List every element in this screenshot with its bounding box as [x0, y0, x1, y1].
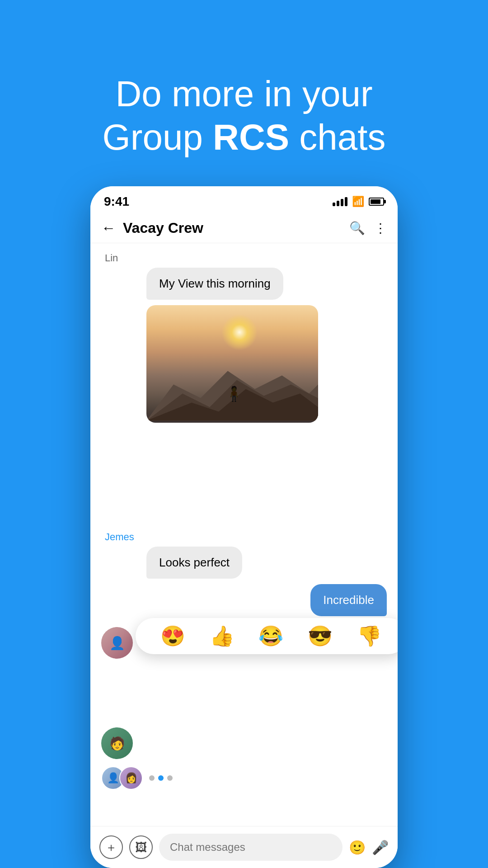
message-bubble-lin: My View this morning	[146, 268, 283, 300]
message-text-sent: Incredible	[323, 593, 374, 607]
status-bar: 9:41 📶	[90, 186, 398, 213]
avatar-lin-image: 👤	[101, 627, 133, 659]
status-time: 9:41	[104, 194, 129, 209]
add-button[interactable]: ＋	[99, 835, 123, 859]
hero-section: Do more in your Group RCS chats	[48, 36, 440, 159]
typing-avatar-2-image: 👩	[120, 767, 142, 789]
search-button[interactable]: 🔍	[349, 221, 365, 236]
more-button[interactable]: ⋮	[374, 221, 387, 236]
sent-message-container: Incredible	[101, 584, 387, 622]
app-header: ← Vacay Crew 🔍 ⋮	[90, 213, 398, 243]
battery-icon	[369, 198, 384, 206]
mic-button[interactable]: 🎤	[372, 840, 389, 855]
sender-label-jemes: Jemes	[105, 531, 387, 543]
sender-label-lin: Lin	[105, 252, 387, 264]
message-bubble-sent: Incredible	[310, 584, 387, 616]
emoji-thumbs-down[interactable]: 👎	[357, 624, 382, 648]
status-icons: 📶	[333, 196, 384, 208]
battery-fill	[371, 199, 380, 204]
header-actions: 🔍 ⋮	[349, 221, 387, 236]
mountain-image: 🧍	[146, 305, 318, 423]
input-right-actions: 🙂 🎤	[349, 840, 389, 855]
message-text-jemes: Looks perfect	[159, 556, 230, 569]
figure-silhouette: 🧍	[225, 385, 243, 402]
emoji-button[interactable]: 🙂	[349, 840, 366, 855]
avatar-jemes: 🧑	[101, 727, 133, 759]
emoji-thumbs-up[interactable]: 👍	[210, 624, 235, 648]
typing-avatar-2: 👩	[119, 766, 143, 790]
emoji-heart-eyes[interactable]: 😍	[160, 624, 185, 648]
input-bar: ＋ 🖼 🙂 🎤	[90, 826, 398, 868]
typing-dots	[149, 775, 173, 781]
back-button[interactable]: ←	[101, 220, 116, 236]
message-text-lin: My View this morning	[159, 277, 271, 290]
emoji-laughing[interactable]: 😂	[258, 624, 283, 648]
emoji-cool[interactable]: 😎	[308, 624, 333, 648]
image-icon: 🖼	[135, 840, 147, 854]
image-button[interactable]: 🖼	[129, 835, 153, 859]
typing-indicator: 👤 👩	[101, 766, 173, 790]
wifi-icon: 📶	[352, 196, 364, 208]
chat-area[interactable]: Lin My View this morning 🧍	[90, 243, 398, 826]
signal-icon	[333, 197, 347, 206]
dot-3	[167, 775, 173, 781]
message-group-lin: My View this morning 🧍	[146, 268, 387, 423]
message-input[interactable]	[159, 834, 343, 861]
message-bubble-jemes: Looks perfect	[146, 547, 242, 579]
dot-1	[149, 775, 155, 781]
sun-glow	[221, 314, 258, 350]
emoji-reaction-bar[interactable]: 😍 👍 😂 😎 👎	[136, 618, 398, 654]
chat-title: Vacay Crew	[123, 220, 349, 236]
avatar-jemes-image: 🧑	[101, 727, 133, 759]
avatar-lin: 👤	[101, 627, 133, 659]
plus-icon: ＋	[105, 840, 117, 855]
image-message: 🧍	[146, 305, 318, 423]
phone-mockup: 9:41 📶 ← Vacay Crew 🔍 ⋮ Lin My View this…	[90, 186, 398, 868]
mountain-silhouette	[146, 346, 318, 423]
dot-2	[158, 775, 164, 781]
message-group-jemes: Looks perfect	[146, 547, 387, 584]
hero-title: Do more in your Group RCS chats	[75, 72, 413, 159]
